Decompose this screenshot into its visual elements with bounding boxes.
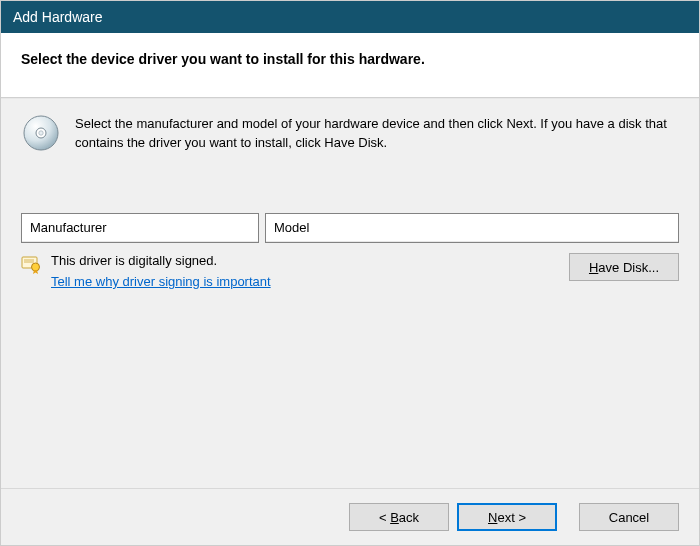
disc-icon (21, 113, 61, 153)
driver-signing-link[interactable]: Tell me why driver signing is important (51, 274, 271, 289)
signed-row: This driver is digitally signed. Tell me… (21, 253, 679, 289)
model-header: Model (266, 214, 678, 242)
model-label: Model (274, 220, 309, 235)
back-button[interactable]: < Back (349, 503, 449, 531)
instruction-row: Select the manufacturer and model of you… (21, 113, 679, 153)
cancel-button[interactable]: Cancel (579, 503, 679, 531)
window-title: Add Hardware (13, 9, 103, 25)
wizard-footer: < Back Next > Cancel (1, 488, 699, 545)
manufacturer-header: Manufacturer (22, 214, 258, 242)
signed-status-text: This driver is digitally signed. (51, 253, 217, 268)
page-title: Select the device driver you want to ins… (21, 51, 679, 67)
titlebar: Add Hardware (1, 1, 699, 33)
svg-point-26 (32, 263, 40, 271)
wizard-content: Select the manufacturer and model of you… (1, 98, 699, 488)
driver-lists-row: Manufacturer ESS Technology, Inc.Generic… (21, 213, 679, 243)
model-list[interactable]: Model Capture Device RegistrationHigh De… (265, 213, 679, 243)
have-disk-button[interactable]: Have Disk... (569, 253, 679, 281)
add-hardware-window: Add Hardware Select the device driver yo… (0, 0, 700, 546)
manufacturer-label: Manufacturer (30, 220, 107, 235)
next-button[interactable]: Next > (457, 503, 557, 531)
manufacturer-list[interactable]: Manufacturer ESS Technology, Inc.Generic… (21, 213, 259, 243)
certificate-icon (21, 254, 41, 274)
instruction-text: Select the manufacturer and model of you… (75, 113, 679, 153)
wizard-header: Select the device driver you want to ins… (1, 33, 699, 98)
svg-point-2 (39, 131, 43, 135)
signed-text-block: This driver is digitally signed. Tell me… (51, 253, 271, 289)
